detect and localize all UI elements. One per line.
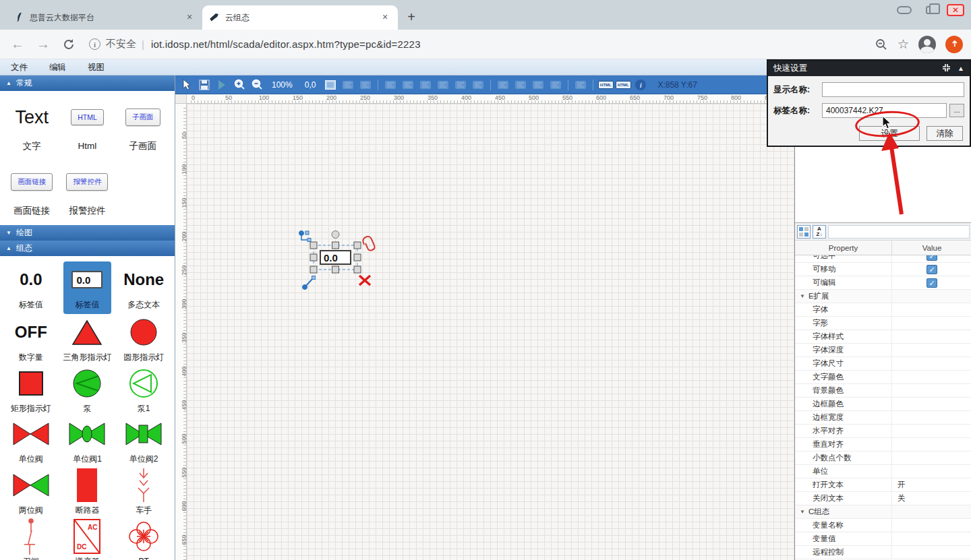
palette-item-泵[interactable]: 泵 [59, 368, 116, 414]
profile-avatar[interactable] [918, 36, 936, 53]
palette-item-断路器[interactable]: 断路器 [59, 470, 116, 516]
connect-anchor-top-left[interactable] [299, 231, 312, 242]
property-row-垂直对齐[interactable]: 垂直对齐 [795, 438, 971, 452]
lock-icon[interactable] [573, 78, 588, 92]
palette-item-两位阀[interactable]: 两位阀 [3, 470, 59, 516]
url-bar[interactable]: i 不安全 | iot.idosp.net/html/scada/editor.… [89, 38, 866, 51]
tab-close-icon[interactable]: × [183, 11, 196, 24]
selected-tag-value-element[interactable]: 0.0 [320, 250, 351, 265]
category-collapse-icon[interactable]: ▼ [800, 293, 805, 299]
palette-item-逆变器[interactable]: ACDC逆变器 [59, 521, 116, 560]
save-icon[interactable] [197, 78, 212, 92]
category-collapse-icon[interactable]: ▼ [800, 509, 805, 515]
dock-icon[interactable] [942, 63, 951, 73]
bookmark-star-icon[interactable]: ☆ [898, 36, 909, 52]
html-export-icon[interactable]: HTML [598, 78, 613, 92]
property-row-可编辑[interactable]: 可编辑✓ [795, 276, 971, 290]
property-row-字体尺寸[interactable]: 字体尺寸 [795, 357, 971, 371]
equal-vertical-spacing-icon[interactable] [548, 78, 563, 92]
zoom-in-icon[interactable] [232, 78, 247, 92]
property-filter-box[interactable] [828, 225, 970, 239]
align-left-icon[interactable] [383, 78, 398, 92]
palette-item-数字量[interactable]: OFF数字量 [3, 317, 59, 363]
delete-icon[interactable] [359, 276, 370, 285]
section-header-绘图[interactable]: ▼绘图 [0, 225, 175, 241]
palette-item-画面链接[interactable]: 画面链接画面链接 [4, 166, 59, 216]
property-row-打开文本[interactable]: 打开文本开 [795, 478, 971, 492]
set-button[interactable]: 设置 [859, 126, 920, 141]
property-row-变量值[interactable]: 变量值 [795, 532, 971, 546]
property-row-远程控制[interactable]: 远程控制 [795, 546, 971, 559]
attach-tag-icon[interactable] [363, 237, 374, 251]
collapse-panel-icon[interactable]: ▲ [958, 65, 964, 72]
palette-item-PT[interactable]: PT [115, 521, 172, 560]
paste-icon[interactable] [358, 78, 373, 92]
palette-item-子画面[interactable]: 子画面子画面 [115, 102, 171, 152]
property-row-文字颜色[interactable]: 文字颜色 [795, 371, 971, 384]
property-row-字形[interactable]: 字形 [795, 317, 971, 330]
palette-item-单位阀2[interactable]: 单位阀2 [115, 418, 172, 464]
new-tab-button[interactable]: + [402, 8, 421, 27]
property-row-边框宽度[interactable]: 边框宽度 [795, 411, 971, 425]
value-column-header[interactable]: Value [892, 241, 971, 255]
tag-name-input[interactable]: 400037442.K27 [822, 103, 947, 118]
browse-tags-button[interactable]: ... [949, 104, 964, 117]
property-row-边框颜色[interactable]: 边框颜色 [795, 398, 971, 411]
palette-item-泵1[interactable]: 泵1 [115, 368, 172, 414]
same-width-icon[interactable] [496, 78, 510, 92]
property-row-小数点个数[interactable]: 小数点个数 [795, 452, 971, 465]
property-row-可移动[interactable]: 可移动✓ [795, 263, 971, 276]
canvas-settings-icon[interactable] [323, 78, 338, 92]
palette-item-报警控件[interactable]: 报警控件报警控件 [59, 166, 115, 216]
copy-icon[interactable] [341, 78, 355, 92]
checkbox-checked-icon[interactable]: ✓ [926, 255, 937, 261]
palette-item-单位阀1[interactable]: 单位阀1 [59, 418, 116, 464]
same-height-icon[interactable] [513, 78, 528, 92]
minimize-button[interactable] [894, 3, 914, 17]
html-preview-icon[interactable]: HTML [616, 78, 630, 92]
align-top-icon[interactable] [436, 78, 450, 92]
restore-button[interactable] [920, 3, 940, 17]
property-column-header[interactable]: Property [795, 241, 892, 255]
section-header-常规[interactable]: ▲常规 [0, 75, 175, 91]
palette-item-多态文本[interactable]: None多态文本 [115, 264, 172, 311]
palette-item-矩形指示灯[interactable]: 矩形指示灯 [3, 368, 59, 414]
align-bottom-icon[interactable] [471, 78, 486, 92]
sort-alphabetical-icon[interactable]: AZ↓ [813, 225, 826, 239]
display-name-input[interactable] [822, 82, 964, 97]
menu-item-文件[interactable]: 文件 [0, 59, 38, 75]
palette-item-单位阀[interactable]: 单位阀 [3, 418, 59, 464]
property-row-E扩展[interactable]: ▼E扩展 [795, 290, 971, 303]
palette-item-文字[interactable]: Text文字 [4, 102, 59, 152]
property-row-关闭文本[interactable]: 关闭文本关 [795, 492, 971, 505]
cursor-tool-icon[interactable] [179, 78, 194, 92]
categorized-view-icon[interactable] [797, 225, 811, 239]
align-center-horizontal-icon[interactable] [401, 78, 415, 92]
design-canvas[interactable]: 0.0 [187, 104, 794, 560]
checkbox-checked-icon[interactable]: ✓ [926, 265, 937, 274]
palette-item-Html[interactable]: HTMLHtml [59, 102, 115, 152]
zoom-out-icon[interactable] [249, 78, 264, 92]
info-icon[interactable]: i [633, 78, 648, 92]
menu-item-编辑[interactable]: 编辑 [38, 59, 77, 75]
tab-close-icon[interactable]: × [379, 11, 391, 24]
palette-item-标签值[interactable]: 0.0标签值 [3, 264, 59, 311]
run-icon[interactable] [214, 78, 229, 92]
forward-icon[interactable]: → [34, 35, 53, 54]
palette-item-圆形指示灯[interactable]: 圆形指示灯 [115, 317, 172, 363]
property-row-背景颜色[interactable]: 背景颜色 [795, 384, 971, 398]
palette-item-三角形指示灯[interactable]: 三角形指示灯 [59, 317, 116, 363]
browser-tab[interactable]: 云组态× [202, 5, 398, 30]
palette-item-刀闸[interactable]: 刀闸 [3, 521, 59, 560]
palette-item-车手[interactable]: 车手 [115, 470, 172, 516]
property-row-变量名称[interactable]: 变量名称 [795, 519, 971, 532]
browser-tab[interactable]: 思普云大数据平台× [7, 5, 202, 30]
align-right-icon[interactable] [418, 78, 433, 92]
quick-settings-titlebar[interactable]: 快速设置 ▲ [768, 61, 970, 76]
property-row-字体[interactable]: 字体 [795, 303, 971, 317]
align-middle-vertical-icon[interactable] [453, 78, 468, 92]
close-button[interactable]: ✕ [945, 3, 966, 17]
zoom-out-page-icon[interactable] [875, 38, 888, 51]
property-row-单位[interactable]: 单位 [795, 465, 971, 478]
back-icon[interactable]: ← [8, 35, 27, 54]
